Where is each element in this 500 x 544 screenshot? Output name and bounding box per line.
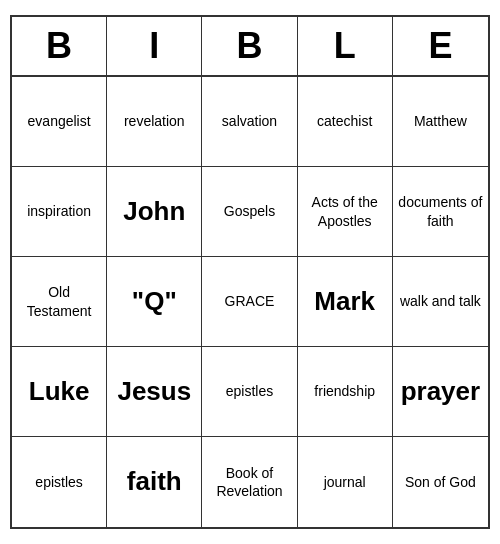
bingo-cell-r0-c4: Matthew	[393, 77, 488, 167]
bingo-header: BIBLE	[12, 17, 488, 77]
bingo-cell-r2-c3: Mark	[298, 257, 393, 347]
bingo-cell-r4-c3: journal	[298, 437, 393, 527]
bingo-cell-r4-c4: Son of God	[393, 437, 488, 527]
bingo-cell-r3-c1: Jesus	[107, 347, 202, 437]
header-letter-L-3: L	[298, 17, 393, 75]
header-letter-E-4: E	[393, 17, 488, 75]
bingo-cell-r1-c3: Acts of the Apostles	[298, 167, 393, 257]
bingo-cell-r4-c1: faith	[107, 437, 202, 527]
bingo-cell-r0-c1: revelation	[107, 77, 202, 167]
bingo-cell-r4-c2: Book of Revelation	[202, 437, 297, 527]
bingo-cell-r2-c2: GRACE	[202, 257, 297, 347]
bingo-cell-r1-c4: documents of faith	[393, 167, 488, 257]
bingo-cell-r0-c2: salvation	[202, 77, 297, 167]
bingo-card: BIBLE evangelistrevelationsalvationcatec…	[10, 15, 490, 529]
bingo-cell-r3-c3: friendship	[298, 347, 393, 437]
bingo-grid: evangelistrevelationsalvationcatechistMa…	[12, 77, 488, 527]
bingo-cell-r2-c0: Old Testament	[12, 257, 107, 347]
header-letter-I-1: I	[107, 17, 202, 75]
header-letter-B-2: B	[202, 17, 297, 75]
bingo-cell-r1-c0: inspiration	[12, 167, 107, 257]
bingo-cell-r4-c0: epistles	[12, 437, 107, 527]
bingo-cell-r0-c3: catechist	[298, 77, 393, 167]
bingo-cell-r0-c0: evangelist	[12, 77, 107, 167]
bingo-cell-r1-c2: Gospels	[202, 167, 297, 257]
bingo-cell-r3-c4: prayer	[393, 347, 488, 437]
header-letter-B-0: B	[12, 17, 107, 75]
bingo-cell-r1-c1: John	[107, 167, 202, 257]
bingo-cell-r3-c0: Luke	[12, 347, 107, 437]
bingo-cell-r2-c4: walk and talk	[393, 257, 488, 347]
bingo-cell-r3-c2: epistles	[202, 347, 297, 437]
bingo-cell-r2-c1: "Q"	[107, 257, 202, 347]
